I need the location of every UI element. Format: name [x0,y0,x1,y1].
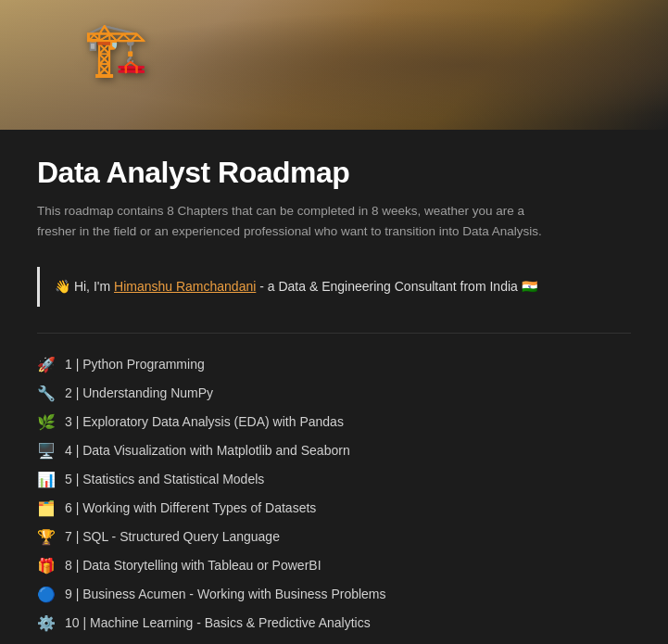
chapter-icon: 🖥️ [37,442,57,460]
crane-icon: 🏗️ [83,19,148,80]
chapter-text: 4 | Data Visualization with Matplotlib a… [65,443,350,458]
chapter-item[interactable]: 🌿 3 | Exploratory Data Analysis (EDA) wi… [37,410,631,435]
chapter-item[interactable]: 🔵 9 | Business Acumen - Working with Bus… [37,582,631,607]
chapter-item[interactable]: ⚙️ 10 | Machine Learning - Basics & Pred… [37,611,631,636]
chapter-item[interactable]: 🏆 7 | SQL - Structured Query Language [37,524,631,549]
chapter-icon: 🚀 [37,356,57,373]
content-area: Data Analyst Roadmap This roadmap contai… [0,130,668,644]
chapter-icon: ⚙️ [37,614,57,632]
chapter-item[interactable]: 🔒 11 | Time Series Analysis & Forecastin… [37,639,631,644]
author-suffix: - a Data & Engineering Consultant from I… [256,279,536,294]
chapter-text: 9 | Business Acumen - Working with Busin… [65,587,386,601]
chapter-text: 6 | Working with Different Types of Data… [65,500,316,515]
author-block: 👋 Hi, I'm Himanshu Ramchandani - a Data … [37,267,631,306]
author-link[interactable]: Himanshu Ramchandani [114,279,256,294]
chapter-icon: 🔧 [37,385,57,402]
chapter-text: 5 | Statistics and Statistical Models [65,472,264,486]
author-text: 👋 Hi, I'm Himanshu Ramchandani - a Data … [55,276,616,297]
chapter-text: 3 | Exploratory Data Analysis (EDA) with… [65,414,344,429]
chapter-item[interactable]: 🚀 1 | Python Programming [37,352,631,377]
chapter-text: 10 | Machine Learning - Basics & Predict… [65,615,371,630]
hero-section: 🏗️ [0,0,668,130]
chapter-icon: 🎁 [37,557,57,575]
chapter-item[interactable]: 🔧 2 | Understanding NumPy [37,381,631,406]
chapter-text: 7 | SQL - Structured Query Language [65,529,280,544]
chapter-text: 2 | Understanding NumPy [65,385,213,400]
page-title: Data Analyst Roadmap [37,156,631,190]
chapter-icon: 🏆 [37,528,57,546]
chapter-icon: 🗂️ [37,499,57,517]
chapter-text: 8 | Data Storytelling with Tableau or Po… [65,558,321,573]
chapter-item[interactable]: 🖥️ 4 | Data Visualization with Matplotli… [37,438,631,463]
chapters-list: 🚀 1 | Python Programming 🔧 2 | Understan… [37,352,631,644]
chapter-item[interactable]: 🗂️ 6 | Working with Different Types of D… [37,496,631,521]
chapter-item[interactable]: 🎁 8 | Data Storytelling with Tableau or … [37,553,631,578]
page-description: This roadmap contains 8 Chapters that ca… [37,201,556,241]
chapter-icon: 🔵 [37,586,57,603]
chapter-icon: 📊 [37,471,57,488]
divider [37,333,631,334]
chapter-item[interactable]: 📊 5 | Statistics and Statistical Models [37,467,631,492]
chapter-icon: 🌿 [37,413,57,431]
greeting-text: 👋 Hi, I'm [55,279,114,294]
chapter-text: 1 | Python Programming [65,357,205,372]
